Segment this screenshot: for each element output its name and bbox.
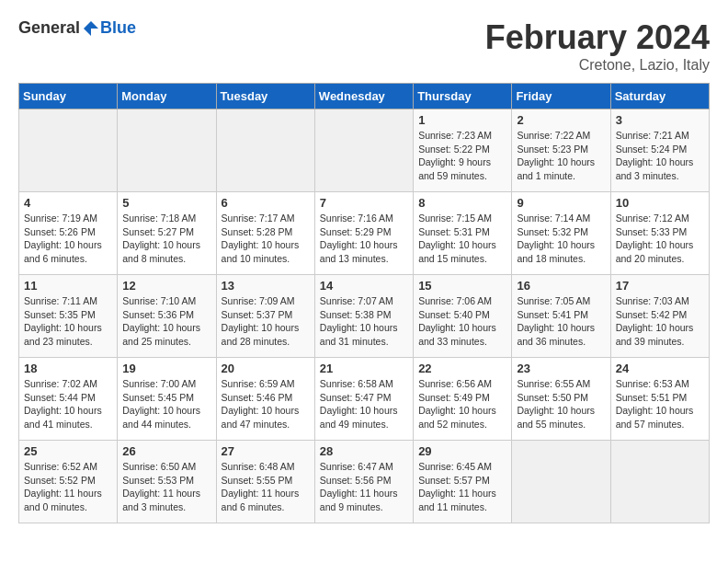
calendar-cell <box>19 109 118 192</box>
day-info: Sunrise: 7:10 AMSunset: 5:36 PMDaylight:… <box>122 294 210 349</box>
calendar-week: 25Sunrise: 6:52 AMSunset: 5:52 PMDayligh… <box>19 441 710 523</box>
calendar-cell <box>610 441 709 523</box>
day-info: Sunrise: 7:05 AMSunset: 5:41 PMDaylight:… <box>517 294 605 349</box>
day-info: Sunrise: 7:06 AMSunset: 5:40 PMDaylight:… <box>418 294 506 349</box>
header-day: Tuesday <box>216 84 314 109</box>
calendar-cell: 22Sunrise: 6:56 AMSunset: 5:49 PMDayligh… <box>414 358 512 441</box>
day-number: 15 <box>418 279 506 293</box>
calendar-cell: 10Sunrise: 7:12 AMSunset: 5:33 PMDayligh… <box>610 192 709 275</box>
day-info: Sunrise: 7:16 AMSunset: 5:29 PMDaylight:… <box>320 212 408 266</box>
calendar-cell: 8Sunrise: 7:15 AMSunset: 5:31 PMDaylight… <box>414 192 512 275</box>
day-info: Sunrise: 6:52 AMSunset: 5:52 PMDaylight:… <box>24 460 112 514</box>
day-info: Sunrise: 6:48 AMSunset: 5:55 PMDaylight:… <box>222 460 310 514</box>
calendar-cell: 25Sunrise: 6:52 AMSunset: 5:52 PMDayligh… <box>19 441 118 523</box>
calendar-cell: 14Sunrise: 7:07 AMSunset: 5:38 PMDayligh… <box>314 275 413 358</box>
calendar-cell: 1Sunrise: 7:23 AMSunset: 5:22 PMDaylight… <box>414 109 512 192</box>
day-number: 24 <box>616 362 704 375</box>
day-number: 8 <box>418 196 506 210</box>
day-info: Sunrise: 7:17 AMSunset: 5:28 PMDaylight:… <box>222 212 310 266</box>
calendar-cell: 5Sunrise: 7:18 AMSunset: 5:27 PMDaylight… <box>118 192 216 275</box>
day-info: Sunrise: 7:02 AMSunset: 5:44 PMDaylight:… <box>24 377 112 431</box>
day-info: Sunrise: 7:12 AMSunset: 5:33 PMDaylight:… <box>616 212 704 266</box>
svg-marker-0 <box>84 21 98 36</box>
day-number: 17 <box>616 279 704 293</box>
day-info: Sunrise: 7:07 AMSunset: 5:38 PMDaylight:… <box>320 294 408 349</box>
day-info: Sunrise: 7:14 AMSunset: 5:32 PMDaylight:… <box>517 212 605 266</box>
day-number: 4 <box>24 196 112 210</box>
calendar-cell: 17Sunrise: 7:03 AMSunset: 5:42 PMDayligh… <box>610 275 709 358</box>
calendar-cell: 24Sunrise: 6:53 AMSunset: 5:51 PMDayligh… <box>610 358 709 441</box>
header-row: SundayMondayTuesdayWednesdayThursdayFrid… <box>19 84 710 109</box>
location: Cretone, Lazio, Italy <box>485 57 710 74</box>
header-day: Sunday <box>19 84 118 109</box>
day-info: Sunrise: 6:58 AMSunset: 5:47 PMDaylight:… <box>320 377 408 431</box>
day-info: Sunrise: 7:11 AMSunset: 5:35 PMDaylight:… <box>24 294 112 349</box>
logo-icon <box>82 19 100 38</box>
day-info: Sunrise: 7:19 AMSunset: 5:26 PMDaylight:… <box>24 212 112 266</box>
calendar-body: 1Sunrise: 7:23 AMSunset: 5:22 PMDaylight… <box>19 109 710 523</box>
day-number: 1 <box>418 113 506 127</box>
day-info: Sunrise: 7:23 AMSunset: 5:22 PMDaylight:… <box>418 129 506 183</box>
calendar-week: 18Sunrise: 7:02 AMSunset: 5:44 PMDayligh… <box>19 358 710 441</box>
calendar-week: 11Sunrise: 7:11 AMSunset: 5:35 PMDayligh… <box>19 275 710 358</box>
calendar-cell: 6Sunrise: 7:17 AMSunset: 5:28 PMDaylight… <box>216 192 314 275</box>
day-info: Sunrise: 6:59 AMSunset: 5:46 PMDaylight:… <box>222 377 310 431</box>
calendar-cell: 4Sunrise: 7:19 AMSunset: 5:26 PMDaylight… <box>19 192 118 275</box>
header-day: Friday <box>512 84 610 109</box>
day-info: Sunrise: 6:47 AMSunset: 5:56 PMDaylight:… <box>320 460 408 514</box>
day-number: 23 <box>517 362 605 375</box>
day-info: Sunrise: 7:15 AMSunset: 5:31 PMDaylight:… <box>418 212 506 266</box>
calendar-week: 1Sunrise: 7:23 AMSunset: 5:22 PMDaylight… <box>19 109 710 192</box>
calendar-cell: 19Sunrise: 7:00 AMSunset: 5:45 PMDayligh… <box>118 358 216 441</box>
day-number: 13 <box>222 279 310 293</box>
day-number: 2 <box>517 113 605 127</box>
day-info: Sunrise: 6:45 AMSunset: 5:57 PMDaylight:… <box>418 460 506 514</box>
day-number: 5 <box>122 196 210 210</box>
day-number: 12 <box>122 279 210 293</box>
day-number: 22 <box>418 362 506 375</box>
calendar-cell: 11Sunrise: 7:11 AMSunset: 5:35 PMDayligh… <box>19 275 118 358</box>
calendar-cell: 20Sunrise: 6:59 AMSunset: 5:46 PMDayligh… <box>216 358 314 441</box>
calendar-cell: 21Sunrise: 6:58 AMSunset: 5:47 PMDayligh… <box>314 358 413 441</box>
day-info: Sunrise: 7:21 AMSunset: 5:24 PMDaylight:… <box>616 129 704 183</box>
day-info: Sunrise: 6:50 AMSunset: 5:53 PMDaylight:… <box>122 460 210 514</box>
calendar-cell: 27Sunrise: 6:48 AMSunset: 5:55 PMDayligh… <box>216 441 314 523</box>
header-day: Wednesday <box>314 84 413 109</box>
calendar-cell: 23Sunrise: 6:55 AMSunset: 5:50 PMDayligh… <box>512 358 610 441</box>
calendar-cell: 3Sunrise: 7:21 AMSunset: 5:24 PMDaylight… <box>610 109 709 192</box>
day-info: Sunrise: 7:00 AMSunset: 5:45 PMDaylight:… <box>122 377 210 431</box>
calendar-cell: 16Sunrise: 7:05 AMSunset: 5:41 PMDayligh… <box>512 275 610 358</box>
day-number: 20 <box>222 362 310 375</box>
day-info: Sunrise: 6:53 AMSunset: 5:51 PMDaylight:… <box>616 377 704 431</box>
day-number: 11 <box>24 279 112 293</box>
day-number: 10 <box>616 196 704 210</box>
day-number: 6 <box>222 196 310 210</box>
day-number: 26 <box>122 444 210 458</box>
day-number: 16 <box>517 279 605 293</box>
header-day: Saturday <box>610 84 709 109</box>
day-info: Sunrise: 6:56 AMSunset: 5:49 PMDaylight:… <box>418 377 506 431</box>
day-info: Sunrise: 7:03 AMSunset: 5:42 PMDaylight:… <box>616 294 704 349</box>
calendar-cell: 7Sunrise: 7:16 AMSunset: 5:29 PMDaylight… <box>314 192 413 275</box>
day-number: 29 <box>418 444 506 458</box>
calendar-cell: 15Sunrise: 7:06 AMSunset: 5:40 PMDayligh… <box>414 275 512 358</box>
logo-blue: Blue <box>100 18 136 38</box>
logo: General Blue <box>18 18 136 38</box>
day-number: 3 <box>616 113 704 127</box>
calendar-cell: 13Sunrise: 7:09 AMSunset: 5:37 PMDayligh… <box>216 275 314 358</box>
day-info: Sunrise: 6:55 AMSunset: 5:50 PMDaylight:… <box>517 377 605 431</box>
header-day: Monday <box>118 84 216 109</box>
day-number: 27 <box>222 444 310 458</box>
day-number: 7 <box>320 196 408 210</box>
day-number: 28 <box>320 444 408 458</box>
title-section: February 2024 Cretone, Lazio, Italy <box>485 18 710 74</box>
header: General Blue February 2024 Cretone, Lazi… <box>18 18 710 74</box>
header-day: Thursday <box>414 84 512 109</box>
day-number: 25 <box>24 444 112 458</box>
calendar-cell <box>118 109 216 192</box>
calendar-cell: 18Sunrise: 7:02 AMSunset: 5:44 PMDayligh… <box>19 358 118 441</box>
logo-general: General <box>18 18 80 38</box>
calendar-week: 4Sunrise: 7:19 AMSunset: 5:26 PMDaylight… <box>19 192 710 275</box>
day-number: 21 <box>320 362 408 375</box>
month-title: February 2024 <box>485 18 710 57</box>
